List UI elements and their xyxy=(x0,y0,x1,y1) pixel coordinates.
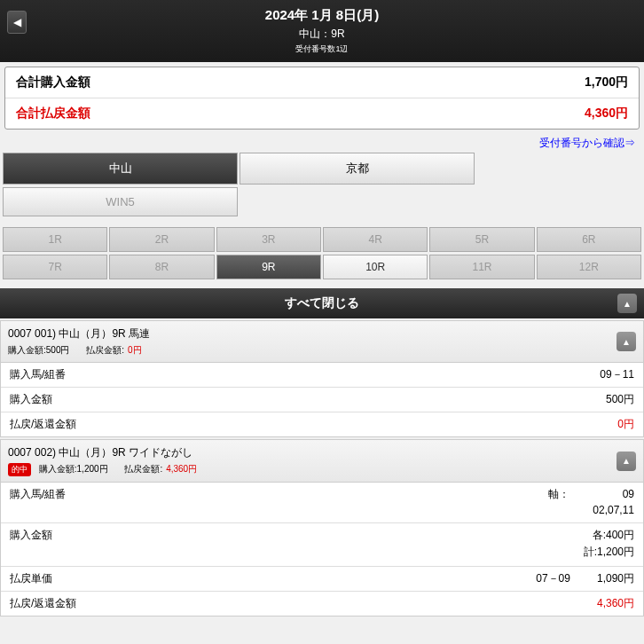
race-tab-6r[interactable]: 6R xyxy=(537,227,641,252)
detail-row: 払戻/返還金額 0円 xyxy=(1,412,643,436)
race-tab-4r[interactable]: 4R xyxy=(323,227,428,252)
header-race: 中山：9R xyxy=(7,27,637,42)
detail-row: 払戻/返還金額 4,360円 xyxy=(1,592,643,616)
race-tab-2r[interactable]: 2R xyxy=(109,227,214,252)
detail-row: 購入馬/組番 09－11 xyxy=(1,363,643,388)
tab-win5[interactable]: WIN5 xyxy=(3,187,238,216)
detail-row: 払戻単価 07－09 1,090円 xyxy=(1,567,643,592)
detail-row: 購入金額 500円 xyxy=(1,388,643,412)
summary-purchase-row: 合計購入金額 1,700円 xyxy=(5,67,639,98)
tab-nakayama[interactable]: 中山 xyxy=(3,153,238,185)
bet-block-1: 0007 001) 中山（月）9R 馬連 購入金額:500円 払戻金額:0円 ▲… xyxy=(0,320,644,437)
summary-purchase-value: 1,700円 xyxy=(585,75,628,90)
race-tab-7r[interactable]: 7R xyxy=(3,255,107,279)
race-tab-3r[interactable]: 3R xyxy=(216,227,321,252)
toggle-icon-2: ▲ xyxy=(617,452,636,471)
race-tab-9r[interactable]: 9R xyxy=(216,255,321,279)
race-tab-10r[interactable]: 10R xyxy=(323,255,428,279)
summary-purchase-label: 合計購入金額 xyxy=(16,75,585,90)
bet-block-2: 0007 002) 中山（月）9R ワイドながし 的中 購入金額:1,200円 … xyxy=(0,439,644,617)
summary-payout-label: 合計払戻金額 xyxy=(16,106,585,122)
header-sub: 受付番号数1辺 xyxy=(7,43,637,55)
collapse-all-icon: ▲ xyxy=(617,294,637,313)
bet-title-2: 0007 002) 中山（月）9R ワイドながし 的中 購入金額:1,200円 … xyxy=(8,445,617,476)
tab-kyoto[interactable]: 京都 xyxy=(240,153,475,185)
bet-header-1[interactable]: 0007 001) 中山（月）9R 馬連 購入金額:500円 払戻金額:0円 ▲ xyxy=(1,321,643,363)
venue-tabs: 中山 京都 xyxy=(0,153,644,185)
toggle-icon-1: ▲ xyxy=(617,332,636,351)
summary-box: 合計購入金額 1,700円 合計払戻金額 4,360円 xyxy=(4,67,640,130)
race-tab-5r[interactable]: 5R xyxy=(429,227,534,252)
hit-badge: 的中 xyxy=(8,463,31,476)
summary-payout-value: 4,360円 xyxy=(585,106,628,122)
detail-row: 購入馬/組番 軸： 09 02,07,11 xyxy=(1,483,643,523)
race-tab-12r[interactable]: 12R xyxy=(537,255,641,279)
back-button[interactable]: ◀ xyxy=(7,11,27,34)
bet-title-1: 0007 001) 中山（月）9R 馬連 購入金額:500円 払戻金額:0円 xyxy=(8,326,617,357)
bet-header-2[interactable]: 0007 002) 中山（月）9R ワイドながし 的中 購入金額:1,200円 … xyxy=(1,440,643,483)
venue-tabs-2: WIN5 xyxy=(0,187,644,216)
summary-payout-row: 合計払戻金額 4,360円 xyxy=(5,98,639,129)
race-tab-11r[interactable]: 11R xyxy=(429,255,534,279)
collapse-all-label: すべて閉じる xyxy=(285,295,359,310)
collapse-all-bar[interactable]: すべて閉じる ▲ xyxy=(0,288,644,318)
confirm-link[interactable]: 受付番号から確認⇒ xyxy=(0,134,644,153)
bet-sub-2: 的中 購入金額:1,200円 払戻金額:4,360円 xyxy=(8,463,617,476)
race-tab-8r[interactable]: 8R xyxy=(109,255,214,279)
header-date: 2024年 1月 8日(月) xyxy=(7,7,637,24)
race-tabs-row1: 1R 2R 3R 4R 5R 6R xyxy=(0,227,644,252)
detail-row: 購入金額 各:400円 計:1,200円 xyxy=(1,523,643,567)
page-header: ◀ 2024年 1月 8日(月) 中山：9R 受付番号数1辺 xyxy=(0,0,644,62)
bet-sub-1: 購入金額:500円 払戻金額:0円 xyxy=(8,344,617,357)
race-tab-1r[interactable]: 1R xyxy=(3,227,107,252)
race-tabs-row2: 7R 8R 9R 10R 11R 12R xyxy=(0,255,644,279)
